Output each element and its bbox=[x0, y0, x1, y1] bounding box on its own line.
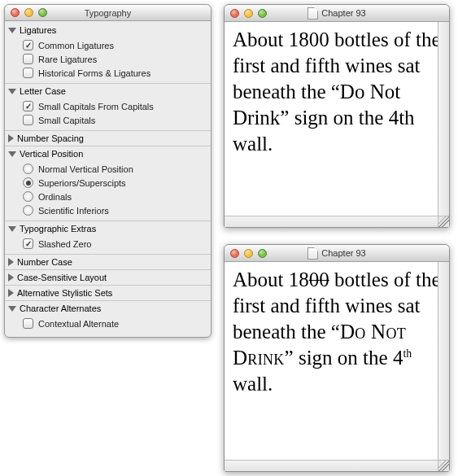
checkbox[interactable] bbox=[23, 54, 33, 64]
resize-handle[interactable] bbox=[438, 460, 449, 471]
document-window-after: Chapter 93 About 1800 bottles of the fir… bbox=[224, 244, 450, 472]
section-items: Common LigaturesRare LigaturesHistorical… bbox=[5, 37, 211, 83]
option-row[interactable]: Scientific Inferiors bbox=[23, 203, 211, 217]
radio[interactable] bbox=[23, 191, 33, 202]
superscript-text[interactable]: th bbox=[403, 347, 412, 360]
option-row[interactable]: Slashed Zero bbox=[23, 237, 211, 251]
section-label: Typographic Extras bbox=[20, 224, 96, 234]
doc-titlebar[interactable]: Chapter 93 bbox=[225, 245, 449, 262]
section-header-number-spacing[interactable]: Number Spacing bbox=[5, 130, 211, 146]
option-row[interactable]: Rare Ligatures bbox=[23, 52, 211, 66]
option-label: Ordinals bbox=[38, 192, 72, 202]
option-label: Scientific Inferiors bbox=[38, 206, 109, 216]
slashed-zero[interactable]: 0 bbox=[309, 269, 320, 290]
option-label: Contextual Alternate bbox=[38, 319, 119, 329]
option-row[interactable]: Small Capitals From Capitals bbox=[23, 99, 211, 113]
doc-title: Chapter 93 bbox=[321, 8, 365, 18]
section-label: Letter Case bbox=[20, 86, 66, 96]
radio[interactable] bbox=[23, 205, 33, 216]
doc-text-part[interactable]: ” sign on the 4 bbox=[285, 347, 403, 369]
section-label: Case-Sensitive Layout bbox=[17, 273, 107, 282]
slashed-zero[interactable]: 0 bbox=[319, 269, 329, 290]
section-items: Slashed Zero bbox=[5, 236, 211, 254]
disclosure-closed-icon[interactable] bbox=[8, 258, 14, 266]
panel-title: Typography bbox=[5, 8, 211, 18]
section-items: Contextual Alternate bbox=[5, 316, 211, 334]
option-label: Historical Forms & Ligatures bbox=[38, 68, 150, 78]
section-label: Character Alternates bbox=[20, 304, 101, 313]
option-label: Small Capitals bbox=[38, 116, 95, 125]
scrollbar-horizontal[interactable] bbox=[225, 216, 438, 227]
zoom-icon[interactable] bbox=[258, 9, 267, 18]
panel-titlebar[interactable]: Typography bbox=[5, 5, 211, 21]
doc-title: Chapter 93 bbox=[321, 248, 365, 258]
resize-handle[interactable] bbox=[438, 216, 449, 227]
disclosure-closed-icon[interactable] bbox=[8, 273, 14, 282]
minimize-icon[interactable] bbox=[244, 9, 253, 18]
section-label: Alternative Stylistic Sets bbox=[17, 288, 112, 298]
section-label: Vertical Position bbox=[20, 149, 83, 159]
window-controls bbox=[225, 9, 267, 18]
option-row[interactable]: Common Ligatures bbox=[23, 38, 211, 52]
checkbox-checked[interactable] bbox=[23, 238, 33, 249]
section-header-ligatures[interactable]: Ligatures bbox=[5, 23, 211, 37]
doc-text-part[interactable]: About 18 bbox=[233, 269, 309, 290]
panel-body: LigaturesCommon LigaturesRare LigaturesH… bbox=[5, 21, 211, 337]
disclosure-open-icon[interactable] bbox=[8, 89, 16, 94]
doc-body[interactable]: About 1800 bottles of the first and fift… bbox=[225, 262, 449, 471]
document-icon bbox=[308, 247, 318, 260]
option-label: Rare Ligatures bbox=[38, 55, 97, 64]
option-row[interactable]: Small Capitals bbox=[23, 113, 211, 127]
radio[interactable] bbox=[23, 164, 33, 174]
section-header-typographic-extras[interactable]: Typographic Extras bbox=[5, 221, 211, 236]
section-label: Number Case bbox=[17, 257, 72, 267]
section-items: Small Capitals From CapitalsSmall Capita… bbox=[5, 98, 211, 130]
disclosure-open-icon[interactable] bbox=[8, 151, 16, 157]
doc-body[interactable]: About 1800 bottles of the first and fift… bbox=[225, 22, 449, 227]
checkbox[interactable] bbox=[23, 115, 33, 125]
checkbox[interactable] bbox=[23, 318, 33, 329]
radio-selected[interactable] bbox=[23, 177, 33, 188]
section-items: Normal Vertical PositionSuperiors/Supers… bbox=[5, 161, 211, 221]
disclosure-open-icon[interactable] bbox=[8, 306, 16, 312]
disclosure-closed-icon[interactable] bbox=[8, 289, 14, 297]
option-label: Superiors/Superscipts bbox=[38, 178, 126, 188]
option-label: Common Ligatures bbox=[38, 41, 114, 50]
typography-panel: Typography LigaturesCommon LigaturesRare… bbox=[4, 4, 212, 338]
section-header-vertical-position[interactable]: Vertical Position bbox=[5, 146, 211, 161]
section-header-alternative-stylistic-sets[interactable]: Alternative Stylistic Sets bbox=[5, 285, 211, 300]
option-row[interactable]: Superiors/Superscipts bbox=[23, 176, 211, 190]
close-icon[interactable] bbox=[230, 9, 239, 18]
option-row[interactable]: Normal Vertical Position bbox=[23, 162, 211, 176]
option-label: Small Capitals From Capitals bbox=[38, 102, 154, 111]
doc-text[interactable]: About 1800 bottles of the first and fift… bbox=[233, 28, 441, 155]
doc-text-part[interactable]: wall. bbox=[233, 373, 273, 395]
section-label: Ligatures bbox=[20, 25, 56, 35]
document-icon bbox=[308, 7, 318, 20]
scrollbar-vertical[interactable] bbox=[438, 262, 449, 460]
scrollbar-horizontal[interactable] bbox=[225, 460, 438, 471]
zoom-icon[interactable] bbox=[258, 249, 267, 258]
disclosure-open-icon[interactable] bbox=[8, 28, 16, 33]
doc-titlebar[interactable]: Chapter 93 bbox=[225, 5, 449, 22]
checkbox[interactable] bbox=[23, 68, 33, 78]
section-header-case-sensitive-layout[interactable]: Case-Sensitive Layout bbox=[5, 269, 211, 285]
section-header-letter-case[interactable]: Letter Case bbox=[5, 83, 211, 98]
disclosure-closed-icon[interactable] bbox=[8, 134, 14, 142]
checkbox-checked[interactable] bbox=[23, 101, 33, 111]
section-label: Number Spacing bbox=[17, 133, 84, 143]
window-controls bbox=[225, 249, 267, 258]
section-header-character-alternates[interactable]: Character Alternates bbox=[5, 300, 211, 316]
checkbox-checked[interactable] bbox=[23, 40, 33, 50]
option-row[interactable]: Ordinals bbox=[23, 190, 211, 203]
option-label: Slashed Zero bbox=[38, 239, 91, 249]
disclosure-open-icon[interactable] bbox=[8, 226, 16, 232]
option-label: Normal Vertical Position bbox=[38, 164, 133, 174]
minimize-icon[interactable] bbox=[244, 249, 253, 258]
close-icon[interactable] bbox=[230, 249, 239, 258]
section-header-number-case[interactable]: Number Case bbox=[5, 254, 211, 269]
option-row[interactable]: Contextual Alternate bbox=[23, 317, 211, 330]
option-row[interactable]: Historical Forms & Ligatures bbox=[23, 66, 211, 80]
document-window-before: Chapter 93 About 1800 bottles of the fir… bbox=[224, 4, 450, 228]
scrollbar-vertical[interactable] bbox=[438, 22, 449, 216]
